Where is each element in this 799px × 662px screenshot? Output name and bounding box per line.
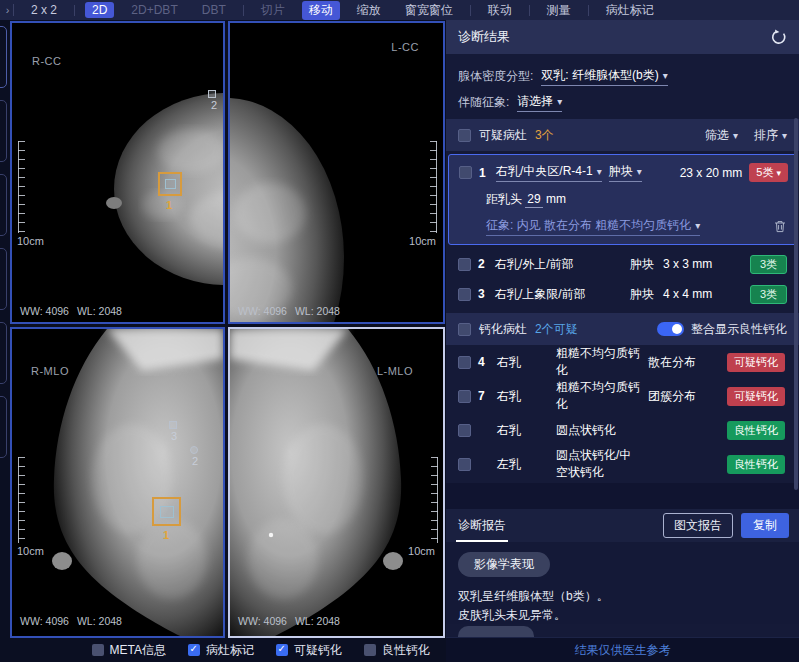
collapse-panel-icon[interactable]: › xyxy=(2,4,14,16)
filter-dropdown[interactable]: 筛选 xyxy=(705,127,738,144)
nipple-distance-label: 距乳头 xyxy=(486,192,522,206)
toolbar-divider xyxy=(470,5,471,16)
calc-side: 右乳 xyxy=(497,388,549,405)
lesion-size: 23 x 20 mm xyxy=(680,166,743,180)
mammogram-r-cc xyxy=(12,23,223,322)
graphic-report-button[interactable]: 图文报告 xyxy=(663,513,733,538)
finding-marker-box[interactable] xyxy=(169,421,177,429)
thumbnail-item[interactable] xyxy=(0,26,7,88)
lesion-checkbox[interactable] xyxy=(458,258,471,271)
view-label: L-MLO xyxy=(377,365,413,377)
lesion-number: 3 xyxy=(478,287,488,301)
birads-grade-dropdown[interactable]: 5类▾ xyxy=(749,163,788,182)
checkbox-icon[interactable] xyxy=(92,644,104,656)
lesion-mark-button[interactable]: 病灶标记 xyxy=(599,1,661,20)
calc-select-all-checkbox[interactable] xyxy=(458,323,471,336)
calc-status-badge: 良性钙化 xyxy=(727,455,785,474)
density-dropdown[interactable]: 双乳: 纤维腺体型(b类) xyxy=(541,67,667,86)
sort-dropdown[interactable]: 排序 xyxy=(754,127,787,144)
finding-marker-box[interactable] xyxy=(208,90,216,98)
calcification-item[interactable]: 右乳 圆点状钙化 良性钙化 xyxy=(446,413,799,447)
lesion-type-dropdown[interactable]: 肿块 xyxy=(609,163,642,182)
lesion-roi-box[interactable] xyxy=(152,497,181,526)
scale-ruler xyxy=(18,141,25,233)
finding-marker-number: 3 xyxy=(171,430,177,442)
calc-checkbox[interactable] xyxy=(458,458,471,471)
sign-dropdown[interactable]: 征象: 内见 散在分布 粗糙不均匀质钙化 xyxy=(486,217,700,236)
viewport-l-cc[interactable]: L-CC 10cm WW:4096 WL:2048 xyxy=(228,21,445,324)
calc-distribution: 散在分布 xyxy=(648,354,720,371)
lesion-roi-box[interactable] xyxy=(158,172,182,196)
lesion-item[interactable]: 2 右乳/外上/前部 肿块 3 x 3 mm 3类 xyxy=(446,249,799,279)
benign-calc-toggle[interactable] xyxy=(657,322,684,336)
checkbox-icon[interactable] xyxy=(188,644,200,656)
thumbnail-item[interactable] xyxy=(0,174,7,236)
calc-side: 右乳 xyxy=(497,354,549,371)
delete-lesion-icon[interactable] xyxy=(774,220,786,233)
pan-button[interactable]: 移动 xyxy=(302,1,340,20)
nipple-distance-value[interactable]: 29 xyxy=(525,192,542,208)
thumbnail-item[interactable] xyxy=(0,248,7,310)
scale-ruler xyxy=(430,141,437,233)
panel-scrollbar[interactable] xyxy=(794,118,798,490)
checkbox-icon[interactable] xyxy=(364,644,376,656)
calc-checkbox[interactable] xyxy=(458,424,471,437)
birads-grade-badge: 3类 xyxy=(750,255,787,274)
calcification-item[interactable]: 7 右乳 粗糙不均匀质钙化 团簇分布 可疑钙化 xyxy=(446,379,799,413)
calc-checkbox[interactable] xyxy=(458,356,471,369)
calcification-item[interactable]: 左乳 圆点状钙化/中空状钙化 良性钙化 xyxy=(446,447,799,481)
thumbnail-item[interactable] xyxy=(0,396,7,458)
slice-button[interactable]: 切片 xyxy=(254,1,292,20)
measure-button[interactable]: 测量 xyxy=(540,1,578,20)
mode-2d-button[interactable]: 2D xyxy=(85,2,114,18)
mode-2d-dbt-button[interactable]: 2D+DBT xyxy=(124,2,184,18)
mode-dbt-button[interactable]: DBT xyxy=(195,2,233,18)
finding-marker-circle[interactable] xyxy=(190,446,198,454)
viewport-r-cc[interactable]: R-CC 10cm 2 1 WW:4096 WL:2048 xyxy=(10,21,225,324)
thumbnail-item[interactable] xyxy=(0,100,7,162)
calcification-item[interactable]: 4 右乳 粗糙不均匀质钙化 散在分布 可疑钙化 xyxy=(446,345,799,379)
view-label: R-CC xyxy=(32,55,62,67)
section-gap xyxy=(446,483,799,509)
panel-title: 诊断结果 xyxy=(458,28,510,46)
density-label: 腺体密度分型: xyxy=(458,68,533,85)
window-level-readout: WW:4096 WL:2048 xyxy=(20,615,122,627)
lesion-checkbox[interactable] xyxy=(459,166,472,179)
link-button[interactable]: 联动 xyxy=(481,1,519,20)
tab-diagnostic-report[interactable]: 诊断报告 xyxy=(456,510,508,542)
scale-ruler xyxy=(431,457,438,543)
benign-calc-toggle-label: 整合显示良性钙化 xyxy=(691,321,787,338)
report-line: 双乳呈纤维腺体型（b类）。 xyxy=(458,587,787,606)
lesions-select-all-checkbox[interactable] xyxy=(458,129,471,142)
view-label: R-MLO xyxy=(31,365,69,377)
window-level-button[interactable]: 窗宽窗位 xyxy=(398,1,460,20)
lesion-item-selected[interactable]: 1 右乳/中央区/R-4-1 肿块 23 x 20 mm 5类▾ 距乳头 29 … xyxy=(448,154,797,245)
viewport-r-mlo[interactable]: R-MLO 10cm 3 2 1 WW:4096 WL:2048 xyxy=(10,327,225,638)
checkbox-benign-calc[interactable]: 良性钙化 xyxy=(364,642,430,659)
checkbox-lesion-marks[interactable]: 病灶标记 xyxy=(188,642,254,659)
accompany-dropdown[interactable]: 请选择 xyxy=(517,93,562,112)
disclaimer-text: 结果仅供医生参考 xyxy=(575,642,671,659)
lesions-header-label: 可疑病灶 xyxy=(479,127,527,144)
panel-header: 诊断结果 xyxy=(446,20,799,54)
report-header: 诊断报告 图文报告 复制 xyxy=(446,509,799,542)
checkbox-suspicious-calc[interactable]: 可疑钙化 xyxy=(276,642,342,659)
calc-description: 粗糙不均匀质钙化 xyxy=(556,379,641,413)
checkbox-meta-info[interactable]: META信息 xyxy=(92,642,166,659)
zoom-button[interactable]: 缩放 xyxy=(350,1,388,20)
calc-checkbox[interactable] xyxy=(458,390,471,403)
calc-side: 左乳 xyxy=(497,456,549,473)
copy-button[interactable]: 复制 xyxy=(741,513,789,538)
thumbnail-item[interactable] xyxy=(0,322,7,384)
lesion-item[interactable]: 3 右乳/上象限/前部 肿块 4 x 4 mm 3类 xyxy=(446,279,799,309)
reset-icon[interactable] xyxy=(771,29,787,45)
lesion-checkbox[interactable] xyxy=(458,288,471,301)
viewport-l-mlo[interactable]: L-MLO 10cm WW:4096 WL:2048 xyxy=(228,327,445,638)
toolbar-divider xyxy=(529,5,530,16)
lesion-roi-number: 1 xyxy=(163,529,169,541)
lesion-location-dropdown[interactable]: 右乳/中央区/R-4-1 xyxy=(496,163,602,182)
layout-2x2-button[interactable]: 2 x 2 xyxy=(24,2,64,18)
lesion-roi-inner xyxy=(160,506,174,518)
overlay-checkbox-bar: META信息 病灶标记 可疑钙化 良性钙化 xyxy=(10,640,444,660)
checkbox-icon[interactable] xyxy=(276,644,288,656)
